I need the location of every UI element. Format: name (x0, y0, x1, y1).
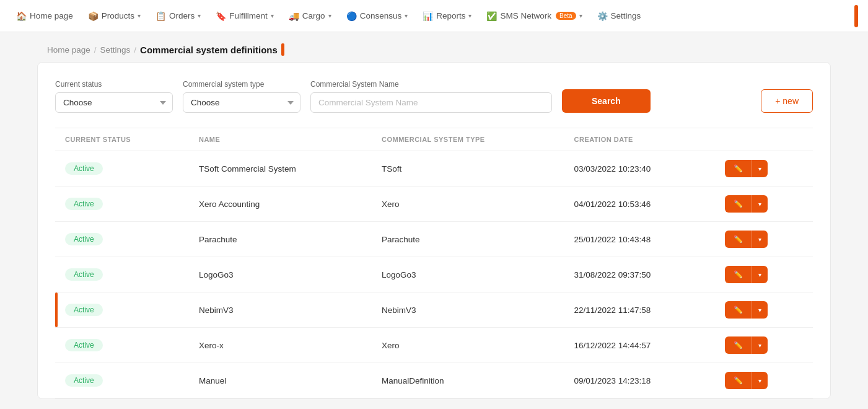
dropdown-chevron-icon-6: ▾ (758, 342, 761, 349)
cell-created-7: 09/01/2023 14:23:18 (564, 363, 716, 398)
cell-status-1: Active (55, 151, 189, 187)
action-group-6: ✏️ ▾ (725, 336, 803, 354)
dropdown-chevron-icon-5: ▾ (758, 307, 761, 314)
cell-name-6: Xero-x (189, 328, 372, 363)
edit-icon-2: ✏️ (734, 200, 743, 208)
table-body: Active TSoft Commercial System TSoft 03/… (55, 151, 813, 398)
edit-button-5[interactable]: ✏️ (725, 301, 752, 319)
nav-accent-bar (854, 5, 858, 27)
cell-actions-3: ✏️ ▾ (715, 222, 813, 257)
nav-sms-network[interactable]: ✅ SMS Network Beta ▾ (480, 7, 588, 25)
cell-name-2: Xero Accounting (189, 187, 372, 222)
reports-chevron-icon: ▾ (468, 12, 471, 19)
action-group-2: ✏️ ▾ (725, 195, 803, 213)
col-type: COMMERCIAL SYSTEM TYPE (372, 128, 564, 151)
cell-type-2: Xero (372, 187, 564, 222)
action-group-4: ✏️ ▾ (725, 266, 803, 283)
top-navigation: 🏠 Home page 📦 Products ▾ 📋 Orders ▾ 🔖 Fu… (0, 0, 868, 32)
consensus-icon: 🔵 (346, 11, 357, 21)
consensus-chevron-icon: ▾ (405, 12, 408, 19)
dropdown-button-4[interactable]: ▾ (752, 266, 768, 283)
breadcrumb-settings[interactable]: Settings (100, 45, 131, 55)
nav-consensus[interactable]: 🔵 Consensus ▾ (340, 7, 414, 25)
dropdown-button-7[interactable]: ▾ (752, 372, 768, 389)
orders-icon: 📋 (156, 11, 166, 21)
col-name: NAME (189, 128, 372, 151)
search-button[interactable]: Search (562, 89, 651, 113)
dropdown-chevron-icon-2: ▾ (758, 201, 761, 208)
sms-network-icon: ✅ (486, 11, 497, 21)
nav-settings[interactable]: ⚙️ Settings (591, 7, 647, 25)
edit-icon-4: ✏️ (734, 270, 743, 279)
content-card: Current status Choose Commercial system … (37, 62, 831, 399)
nav-reports-label: Reports (436, 11, 465, 20)
col-created: CREATION DATE (564, 128, 716, 151)
dropdown-button-3[interactable]: ▾ (752, 231, 768, 248)
dropdown-button-1[interactable]: ▾ (752, 160, 768, 177)
table-row: Active LogoGo3 LogoGo3 31/08/2022 09:37:… (55, 257, 813, 292)
edit-button-6[interactable]: ✏️ (725, 336, 752, 354)
col-status: CURRENT STATUS (55, 128, 189, 151)
breadcrumb-sep-2: / (134, 45, 136, 55)
sms-beta-badge: Beta (556, 12, 576, 20)
cell-actions-2: ✏️ ▾ (715, 187, 813, 222)
table-row: Active Parachute Parachute 25/01/2022 10… (55, 222, 813, 257)
table-header: CURRENT STATUS NAME COMMERCIAL SYSTEM TY… (55, 128, 813, 151)
commercial-system-type-select[interactable]: Choose (183, 92, 300, 113)
cell-name-3: Parachute (189, 222, 372, 257)
table-row: Active Xero Accounting Xero 04/01/2022 1… (55, 187, 813, 222)
table-wrapper: CURRENT STATUS NAME COMMERCIAL SYSTEM TY… (55, 128, 813, 398)
edit-icon-5: ✏️ (734, 306, 743, 314)
dropdown-button-6[interactable]: ▾ (752, 336, 768, 354)
products-icon: 📦 (88, 11, 99, 21)
nav-products[interactable]: 📦 Products ▾ (82, 7, 147, 25)
commercial-system-name-input[interactable] (310, 92, 552, 113)
commercial-systems-table: CURRENT STATUS NAME COMMERCIAL SYSTEM TY… (55, 128, 813, 398)
nav-orders[interactable]: 📋 Orders ▾ (149, 7, 207, 25)
nav-reports[interactable]: 📊 Reports ▾ (416, 7, 478, 25)
breadcrumb-accent-bar (281, 43, 284, 56)
settings-icon: ⚙️ (597, 11, 608, 21)
nav-home-label: Home page (30, 11, 73, 20)
breadcrumb-home[interactable]: Home page (47, 45, 90, 55)
cell-status-3: Active (55, 222, 189, 257)
cell-name-7: Manuel (189, 363, 372, 398)
sms-chevron-icon: ▾ (579, 12, 582, 19)
orders-chevron-icon: ▾ (198, 12, 201, 19)
filter-current-status: Current status Choose (55, 80, 173, 113)
cell-created-3: 25/01/2022 10:43:48 (564, 222, 716, 257)
current-status-select[interactable]: Choose (55, 92, 173, 113)
edit-icon-1: ✏️ (734, 164, 743, 173)
dropdown-button-5[interactable]: ▾ (752, 301, 768, 319)
fulfillment-icon: 🔖 (216, 11, 226, 21)
nav-cargo[interactable]: 🚚 Cargo ▾ (283, 7, 338, 25)
table-row: Active NebimV3 NebimV3 22/11/2022 11:47:… (55, 292, 813, 328)
cell-created-4: 31/08/2022 09:37:50 (564, 257, 716, 292)
nav-products-label: Products (102, 11, 134, 20)
cell-name-4: LogoGo3 (189, 257, 372, 292)
nav-home-page[interactable]: 🏠 Home page (10, 7, 79, 25)
edit-button-7[interactable]: ✏️ (725, 372, 752, 389)
cell-actions-4: ✏️ ▾ (715, 257, 813, 292)
cell-actions-7: ✏️ ▾ (715, 363, 813, 398)
table-row: Active Xero-x Xero 16/12/2022 14:44:57 ✏… (55, 328, 813, 363)
nav-fulfillment[interactable]: 🔖 Fulfillment ▾ (209, 7, 280, 25)
nav-sms-label: SMS Network (500, 11, 551, 20)
dropdown-chevron-icon-4: ▾ (758, 271, 761, 278)
edit-button-2[interactable]: ✏️ (725, 195, 752, 213)
dropdown-chevron-icon-3: ▾ (758, 236, 761, 243)
action-group-3: ✏️ ▾ (725, 231, 803, 248)
dropdown-button-2[interactable]: ▾ (752, 195, 768, 213)
breadcrumb-current-label: Commercial system definitions (140, 45, 278, 55)
cell-type-3: Parachute (372, 222, 564, 257)
col-actions (715, 128, 813, 151)
table-row: Active TSoft Commercial System TSoft 03/… (55, 151, 813, 187)
edit-button-4[interactable]: ✏️ (725, 266, 752, 283)
reports-icon: 📊 (423, 11, 433, 21)
nav-orders-label: Orders (169, 11, 195, 20)
new-button[interactable]: + new (761, 89, 813, 113)
status-badge-4: Active (65, 268, 103, 281)
breadcrumb-current: Commercial system definitions (140, 43, 284, 56)
edit-button-1[interactable]: ✏️ (725, 160, 752, 177)
edit-button-3[interactable]: ✏️ (725, 231, 752, 248)
